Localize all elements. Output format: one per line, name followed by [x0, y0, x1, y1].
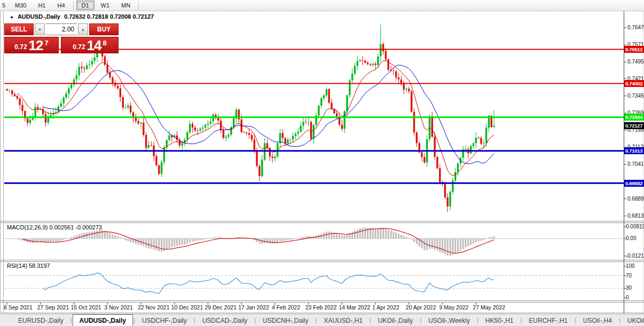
tab-ukoil-h4[interactable]: UKOil-,H4 — [621, 314, 644, 326]
tab-usdcad-daily[interactable]: USDCAD-,Daily — [196, 314, 254, 326]
timeframe-button-d1[interactable]: D1 — [76, 1, 95, 10]
tab-hk50-h1[interactable]: HK50-,H1 — [479, 314, 520, 326]
tab-usoil-weekly[interactable]: USOil-,Weekly — [422, 314, 476, 326]
timeframe-button-mn[interactable]: MN — [116, 1, 136, 10]
timeframe-button-h1[interactable]: H1 — [33, 1, 51, 10]
buy-price-sup: 8 — [103, 39, 107, 47]
triangle-down-icon: ▼ — [38, 28, 42, 31]
buy-price-small: 0.72 — [73, 43, 85, 51]
rsi-label: RSI(14) 58.3197 — [7, 263, 50, 269]
collapse-arrow-icon[interactable]: ▲ — [10, 14, 14, 19]
buy-price-big: 14 — [87, 38, 101, 53]
toolbar-separator — [138, 2, 139, 10]
volume-up-button[interactable]: ▲ — [78, 23, 88, 35]
symbol-tab-bar: EURUSD-,Daily|AUDUSD-,Daily|USDCHF-,Dail… — [0, 314, 644, 326]
sell-price-small: 0.72 — [14, 43, 27, 51]
chart-ohlc: 0.72632 0.72818 0.72008 0.72127 — [64, 13, 154, 20]
tab-usdcnh-daily[interactable]: USDCNH-,Daily — [256, 314, 315, 326]
tab-audusd-daily[interactable]: AUDUSD-,Daily — [73, 314, 133, 326]
trade-panel-quotes: 0.72 12 7 0.72 14 8 — [4, 37, 119, 53]
timeframe-button-m30[interactable]: M30 — [10, 1, 32, 10]
chart-symbol: AUDUSD-,Daily — [18, 13, 60, 20]
sell-price-sup: 7 — [45, 39, 49, 47]
tab-xauusd-h1[interactable]: XAUUSD-,H1 — [317, 314, 369, 326]
buy-button[interactable]: BUY — [89, 23, 119, 35]
volume-input[interactable] — [46, 23, 77, 35]
trade-panel-controls: SELL ▼ ▲ BUY — [4, 23, 119, 35]
sell-quote-button[interactable]: 0.72 12 7 — [4, 37, 59, 53]
timeframe-button-5[interactable]: 5 — [1, 1, 9, 10]
tab-eurusd-daily[interactable]: EURUSD-,Daily — [12, 314, 70, 326]
macd-label: MACD(12,26,9) 0.002561 -0.000273 — [7, 224, 102, 230]
toolbar-separator — [73, 2, 74, 10]
one-click-trading-panel: SELL ▼ ▲ BUY 0.72 12 7 0.72 14 8 — [4, 23, 119, 53]
timeframe-toolbar: 5M30H1H4D1W1MN — [0, 0, 644, 11]
sell-button[interactable]: SELL — [4, 23, 34, 35]
triangle-up-icon: ▲ — [81, 28, 85, 31]
tab-usoil-h4[interactable]: USOil-,H4 — [577, 314, 618, 326]
buy-quote-button[interactable]: 0.72 14 8 — [61, 37, 119, 53]
timeframe-button-h4[interactable]: H4 — [52, 1, 70, 10]
tab-ukoil-daily[interactable]: UKOil-,Daily — [372, 314, 419, 326]
timeframe-button-w1[interactable]: W1 — [96, 1, 115, 10]
sell-price-big: 12 — [29, 38, 43, 53]
volume-down-button[interactable]: ▼ — [35, 23, 45, 35]
tab-usdchf-daily[interactable]: USDCHF-,Daily — [136, 314, 193, 326]
chart-title: ▲ AUDUSD-,Daily 0.72632 0.72818 0.72008 … — [10, 13, 154, 20]
tab-eurchf-h1[interactable]: EURCHF-,H1 — [522, 314, 574, 326]
